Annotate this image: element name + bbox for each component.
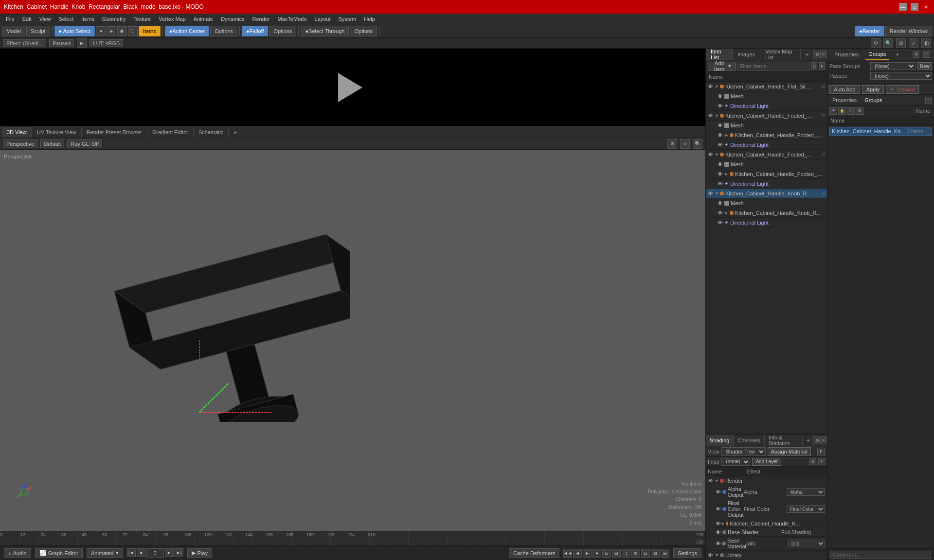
items-button[interactable]: Items: [139, 26, 161, 36]
viewport-3d[interactable]: Perspective No Items Polygons : Catmull-…: [0, 150, 705, 531]
menu-animate[interactable]: Animate: [190, 14, 217, 24]
list-item[interactable]: 👁 ► Kitchen_Cabinet_Handle_Footed_Blac..…: [706, 130, 827, 140]
visibility-eye-4[interactable]: 👁: [708, 113, 715, 119]
shader-item[interactable]: 👁 Base Shader Full Shading: [706, 528, 827, 537]
menu-maxtomodo[interactable]: MaxToModo: [274, 14, 311, 24]
tab-3d-view[interactable]: 3D View: [2, 127, 32, 138]
shading-icon-1[interactable]: ⚙: [814, 437, 820, 444]
options-icon-4[interactable]: ⊞: [896, 38, 906, 48]
g-toolbar-lock[interactable]: 🔒: [838, 107, 846, 115]
toolbar-icon-1[interactable]: ◄: [96, 26, 106, 36]
visibility-eye-15[interactable]: 👁: [718, 220, 724, 226]
tab-gradient-editor[interactable]: Gradient Editor: [147, 127, 194, 138]
action-center-button[interactable]: ● Action Center: [165, 26, 209, 36]
auto-select-button[interactable]: ● Auto Select: [54, 26, 95, 36]
menu-help[interactable]: Help: [360, 14, 379, 24]
sh-filter-icon-2[interactable]: F: [818, 458, 825, 465]
misc-btn-6[interactable]: ⊟: [612, 549, 621, 558]
menu-dynamics[interactable]: Dynamics: [217, 14, 248, 24]
tab-images[interactable]: Images: [733, 49, 760, 60]
minimize-button[interactable]: —: [899, 3, 907, 11]
comment-input[interactable]: [830, 551, 931, 559]
misc-btn-10[interactable]: ⊠: [651, 549, 660, 558]
g-tab-groups[interactable]: Groups: [862, 95, 885, 105]
expand-arrow-5[interactable]: ►: [724, 172, 729, 176]
tab-uv-texture[interactable]: UV Texture View: [32, 127, 82, 138]
timeline-bar[interactable]: 0 12 24 36 48 60 72 84 96 108 120 132 14…: [0, 531, 705, 545]
assign-material-button[interactable]: Assign Material: [768, 447, 811, 456]
sh-filter-icon-1[interactable]: S: [809, 458, 816, 465]
list-item[interactable]: 👁 Mesh: [706, 159, 827, 169]
list-item[interactable]: 👁 Mesh: [706, 121, 827, 130]
list-item[interactable]: 👁 ✦ Directional Light: [706, 179, 827, 189]
new-button[interactable]: New: [917, 62, 932, 70]
tab-channels[interactable]: Channels: [734, 435, 764, 446]
vp-icon-3[interactable]: 🔍: [693, 139, 702, 149]
options-icon-6[interactable]: ◧: [921, 38, 931, 48]
shader-tree-select[interactable]: Shader Tree: [721, 447, 766, 456]
misc-btn-3[interactable]: ►: [583, 549, 592, 558]
visibility-eye-11[interactable]: 👁: [718, 181, 724, 187]
cache-deformers-button[interactable]: Cache Deformers: [509, 548, 559, 558]
list-item[interactable]: 👁 Mesh: [706, 91, 827, 101]
expand-arrow-4[interactable]: ▼: [715, 152, 719, 157]
menu-edit[interactable]: Edit: [18, 14, 36, 24]
misc-btn-5[interactable]: ⊡: [602, 549, 611, 558]
visibility-eye-12[interactable]: 👁: [708, 191, 715, 196]
list-item[interactable]: 👁 ▼ Kitchen_Cabinet_Handle_Knob_Re... □: [706, 189, 827, 198]
fr-icon-1[interactable]: ⚙: [913, 51, 919, 58]
filter-items-input[interactable]: [737, 62, 809, 70]
options-icon-5[interactable]: ⤢: [909, 38, 918, 48]
filter-icon-2[interactable]: F: [819, 62, 825, 70]
frame-input[interactable]: [146, 548, 164, 558]
sh-eye-5[interactable]: 👁: [716, 529, 722, 535]
pass-groups-select[interactable]: (None): [870, 62, 916, 70]
sh-eye-1[interactable]: 👁: [708, 478, 715, 484]
expand-arrow-7[interactable]: ►: [724, 210, 729, 215]
options-icon-3[interactable]: 🔍: [883, 38, 893, 48]
sh-eye-2[interactable]: 👁: [716, 489, 722, 495]
list-item[interactable]: 👁 ✦ Directional Light: [706, 101, 827, 111]
list-item[interactable]: 👁 ▼ Kitchen_Cabinet_Handle_Footed_Bronz.…: [706, 150, 827, 159]
sh-expand-1[interactable]: ▼: [715, 478, 719, 483]
g-icon-1[interactable]: +: [925, 97, 932, 104]
discard-button[interactable]: ✕ Discard: [886, 85, 919, 94]
alpha-effect-select[interactable]: Alpha: [787, 488, 825, 496]
item-list-icon-1[interactable]: ⚙: [814, 51, 820, 58]
options3-button[interactable]: Options: [350, 26, 377, 36]
settings-button[interactable]: Settings: [673, 548, 701, 558]
menu-layout[interactable]: Layout: [311, 14, 335, 24]
close-button[interactable]: ✕: [922, 3, 930, 11]
passes-select[interactable]: (none): [870, 72, 932, 80]
g-toolbar-mesh2[interactable]: ⊞: [856, 107, 863, 115]
vp-icon-2[interactable]: ↺: [680, 139, 690, 149]
menu-select[interactable]: Select: [54, 14, 77, 24]
final-color-select[interactable]: Final Color: [787, 505, 825, 513]
filter-icon[interactable]: S: [811, 62, 817, 70]
sh-eye-7[interactable]: 👁: [708, 552, 715, 558]
visibility-eye-5[interactable]: 👁: [718, 122, 724, 128]
animated-button[interactable]: Animated ▾: [87, 548, 123, 558]
prev-first-button[interactable]: |◄: [127, 548, 136, 557]
vp-icon-1[interactable]: ⚙: [667, 139, 677, 149]
maximize-button[interactable]: □: [911, 3, 918, 11]
misc-btn-7[interactable]: ↕: [622, 549, 630, 558]
shader-item[interactable]: 👁 Final Color Output Final Color Final C…: [706, 499, 827, 519]
shading-icon-2[interactable]: F: [821, 437, 827, 444]
misc-btn-1[interactable]: ◄◄: [563, 549, 572, 558]
menu-system[interactable]: System: [335, 14, 360, 24]
render-button[interactable]: ● Render: [855, 26, 884, 36]
list-item[interactable]: 👁 ✦ Directional Light: [706, 140, 827, 150]
play-button[interactable]: [338, 73, 367, 102]
toolbar-icon-2[interactable]: ◈: [107, 26, 116, 36]
tab-render-preset[interactable]: Render Preset Browser: [82, 127, 147, 138]
menu-geometry[interactable]: Geometry: [98, 14, 129, 24]
g-toolbar-mesh[interactable]: □: [847, 107, 855, 115]
visibility-eye-13[interactable]: 👁: [718, 200, 724, 206]
misc-btn-8[interactable]: ⊛: [631, 549, 640, 558]
shader-item[interactable]: 👁 ▼ Render: [706, 476, 827, 485]
next-button[interactable]: ►: [165, 548, 174, 557]
sh-eye-4[interactable]: 👁: [716, 521, 721, 526]
sculpt-button[interactable]: Sculpt: [26, 26, 50, 36]
misc-btn-4[interactable]: ●: [593, 549, 601, 558]
